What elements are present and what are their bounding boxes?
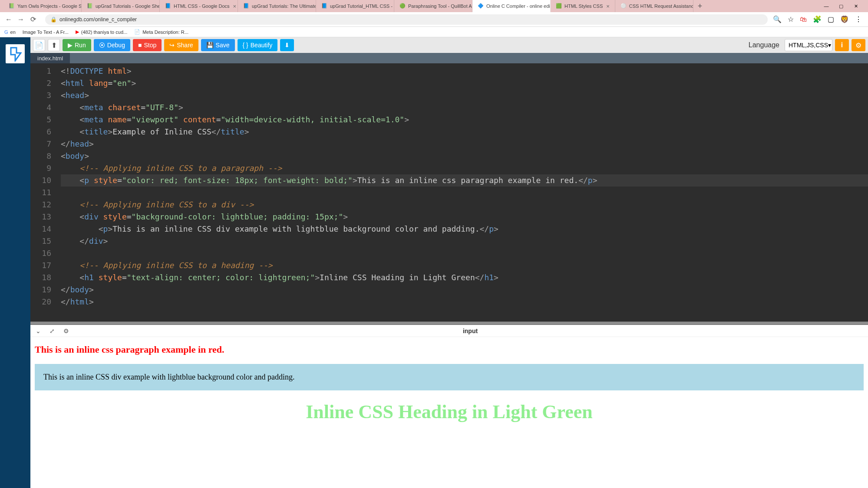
output-header: ⌄ ⤢ ⚙ input bbox=[30, 325, 868, 337]
account-icon[interactable]: ▢ bbox=[828, 15, 834, 23]
docs-icon: 📘 bbox=[165, 3, 171, 9]
menu-icon[interactable]: ⋮ bbox=[855, 15, 862, 23]
close-icon[interactable]: × bbox=[233, 3, 237, 10]
onlinegdb-icon: 🔷 bbox=[478, 3, 484, 9]
line-gutter: 1234567891011121314151617181920 bbox=[30, 63, 56, 308]
maximize-icon[interactable]: ▢ bbox=[838, 3, 845, 10]
sheets-icon: 📗 bbox=[87, 3, 93, 9]
new-file-icon[interactable]: 📄 bbox=[33, 39, 45, 51]
file-tab-strip: index.html bbox=[30, 53, 868, 63]
bookmark-item[interactable]: 📄Meta Description: R... bbox=[134, 29, 188, 35]
download-button[interactable]: ⬇ bbox=[280, 39, 294, 51]
bookmark-item[interactable]: ▶(482) thaniya to cud... bbox=[76, 29, 127, 35]
extension-icon[interactable]: 🛍 bbox=[800, 16, 807, 23]
browser-tab[interactable]: 📗Yarn Owls Projects - Google Sh× bbox=[3, 0, 82, 12]
output-red-paragraph: This is an inline css paragraph example … bbox=[35, 344, 864, 355]
browser-tab[interactable]: 🟢Paraphrasing Tool - QuillBot AI× bbox=[394, 0, 472, 12]
close-window-icon[interactable]: ✕ bbox=[852, 3, 859, 10]
close-icon[interactable]: × bbox=[606, 3, 610, 10]
new-tab-button[interactable]: + bbox=[693, 2, 707, 11]
output-blue-div: This is an inline CSS div example with l… bbox=[35, 364, 864, 390]
reload-icon[interactable]: ⟳ bbox=[28, 14, 38, 25]
docs-icon: 📘 bbox=[321, 3, 327, 9]
language-select[interactable]: HTML,JS,CSS▾ bbox=[785, 39, 832, 51]
browser-tab[interactable]: 🟩HTML Styles CSS× bbox=[551, 0, 615, 12]
app-logo[interactable] bbox=[6, 44, 25, 63]
browser-tab[interactable]: ⚪CSS HTML Request Assistance× bbox=[615, 0, 693, 12]
beautify-button[interactable]: { } Beautify bbox=[238, 39, 278, 51]
browser-tab[interactable]: 📘upGrad Tutorial_HTML CSS - G× bbox=[316, 0, 394, 12]
search-icon[interactable]: 🔍 bbox=[773, 15, 782, 23]
run-button[interactable]: ▶ Run bbox=[63, 39, 91, 51]
output-green-heading: Inline CSS Heading in Light Green bbox=[35, 401, 864, 423]
browser-tab[interactable]: 📘upGrad Tutorials: The Ultimate× bbox=[238, 0, 316, 12]
panel-splitter[interactable] bbox=[30, 321, 868, 325]
bookmarks-bar: Gen Image To Text - A Fr... ▶(482) thani… bbox=[0, 27, 868, 37]
browser-tab[interactable]: 📗upGrad Tutorials - Google She× bbox=[82, 0, 160, 12]
puzzle-icon[interactable]: 🧩 bbox=[813, 15, 822, 23]
bookmark-item[interactable]: Gen bbox=[4, 29, 16, 35]
chat-icon: ⚪ bbox=[620, 3, 627, 9]
app-sidebar bbox=[0, 37, 30, 488]
star-icon[interactable]: ☆ bbox=[788, 15, 794, 23]
output-preview: This is an inline css paragraph example … bbox=[30, 337, 868, 488]
debug-button[interactable]: ⦿ Debug bbox=[94, 39, 130, 51]
code-content[interactable]: <!DOCTYPE html> <html lang="en"> <head> … bbox=[56, 63, 868, 308]
chevron-down-icon[interactable]: ⌄ bbox=[36, 328, 41, 334]
code-editor[interactable]: 1234567891011121314151617181920 <!DOCTYP… bbox=[30, 63, 868, 321]
quillbot-icon: 🟢 bbox=[399, 3, 406, 9]
docs-icon: 📘 bbox=[243, 3, 249, 9]
save-button[interactable]: 💾 Save bbox=[201, 39, 235, 51]
info-button[interactable]: i bbox=[835, 39, 849, 51]
settings-button[interactable]: ⚙ bbox=[851, 39, 865, 51]
share-button[interactable]: ↪ Share bbox=[164, 39, 198, 51]
stop-button[interactable]: ■ Stop bbox=[133, 39, 162, 51]
file-tab[interactable]: index.html bbox=[30, 53, 70, 63]
browser-url-bar: ← → ⟳ 🔒onlinegdb.com/online_c_compiler 🔍… bbox=[0, 12, 868, 27]
browser-tab-strip: 📗Yarn Owls Projects - Google Sh× 📗upGrad… bbox=[0, 0, 868, 12]
output-tab-label: input bbox=[78, 328, 863, 334]
browser-tab[interactable]: 📘HTML CSS - Google Docs× bbox=[160, 0, 238, 12]
app-toolbar: 📄 ⬆ ▶ Run ⦿ Debug ■ Stop ↪ Share 💾 Save … bbox=[30, 37, 868, 53]
forward-icon[interactable]: → bbox=[16, 14, 26, 25]
language-label: Language bbox=[749, 41, 779, 49]
upload-icon[interactable]: ⬆ bbox=[48, 39, 60, 51]
gear-icon[interactable]: ⚙ bbox=[63, 328, 69, 334]
sheets-icon: 📗 bbox=[9, 3, 15, 9]
w3-icon: 🟩 bbox=[556, 3, 562, 9]
minimize-icon[interactable]: — bbox=[823, 3, 830, 10]
brave-icon[interactable]: 🦁 bbox=[840, 15, 849, 23]
expand-icon[interactable]: ⤢ bbox=[50, 328, 55, 334]
browser-tab-active[interactable]: 🔷Online C Compiler - online edi× bbox=[472, 0, 551, 12]
url-input[interactable]: 🔒onlinegdb.com/online_c_compiler bbox=[45, 14, 768, 25]
bookmark-item[interactable]: Image To Text - A Fr... bbox=[23, 29, 69, 35]
back-icon[interactable]: ← bbox=[3, 14, 14, 25]
